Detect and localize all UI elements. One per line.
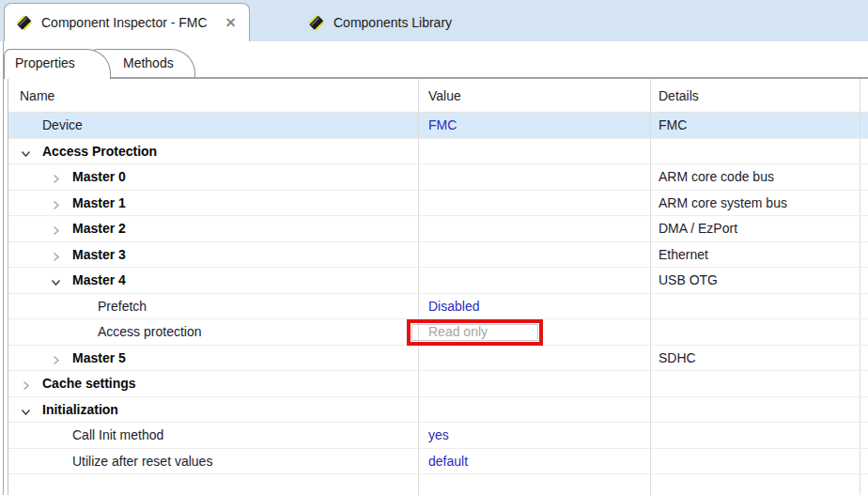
row-value[interactable]: FMC — [428, 117, 457, 132]
row-name-label: Call Init method — [72, 427, 163, 442]
row-name-label: Master 3 — [72, 247, 126, 262]
tab-components-library[interactable]: Components Library — [299, 3, 461, 41]
chevron-right-icon[interactable] — [51, 224, 61, 234]
row-value-cell[interactable]: yes — [419, 423, 651, 448]
row-value-cell[interactable] — [419, 164, 651, 190]
row-value[interactable]: default — [428, 454, 468, 469]
row-name-label: Access Protection — [42, 144, 157, 159]
table-row[interactable]: Initialization — [8, 397, 868, 424]
table-row[interactable]: Utilize after reset values default — [8, 449, 868, 475]
chevron-right-icon[interactable] — [51, 172, 61, 182]
row-name-label: Access protection — [98, 324, 202, 339]
chip-icon — [308, 14, 325, 31]
close-icon[interactable]: ✕ — [225, 15, 237, 30]
inspector-content: Properties Methods Name Value Details De… — [3, 41, 868, 495]
row-name-label: Master 0 — [72, 169, 126, 184]
chevron-down-icon[interactable] — [21, 405, 31, 415]
row-details: ARM core code bus — [659, 169, 774, 184]
table-row[interactable]: Call Init method yes — [8, 423, 868, 449]
table-row[interactable]: Access Protection — [8, 139, 868, 165]
row-value-cell[interactable] — [419, 371, 651, 396]
row-name-label: Master 1 — [72, 195, 126, 210]
row-details: Ethernet — [659, 247, 708, 262]
view-tab-bar: Properties Methods — [4, 41, 868, 79]
row-details-cell — [651, 294, 860, 319]
tab-properties[interactable]: Properties — [4, 49, 111, 79]
column-header-name: Name — [8, 79, 419, 112]
chevron-right-icon[interactable] — [51, 198, 61, 209]
row-name-label: Cache settings — [42, 376, 136, 391]
row-value-cell[interactable] — [419, 346, 651, 371]
row-details-cell: Ethernet — [651, 242, 860, 268]
row-value-cell[interactable] — [419, 139, 651, 164]
table-row[interactable]: Master 5 SDHC — [8, 346, 868, 372]
table-body: Device FMC FMC Access Protection Master … — [8, 113, 868, 474]
row-value[interactable]: yes — [428, 427, 449, 442]
table-row[interactable]: Cache settings — [8, 371, 868, 397]
row-name-cell: Device — [8, 113, 419, 138]
table-row[interactable]: Master 3 Ethernet — [8, 242, 868, 269]
column-header-extra — [860, 79, 868, 112]
table-row[interactable]: Access protection Read only — [8, 319, 868, 346]
chevron-right-icon[interactable] — [21, 379, 31, 389]
row-value[interactable]: Read only — [428, 324, 488, 339]
column-header-value: Value — [419, 79, 651, 112]
row-value-cell[interactable]: FMC — [419, 113, 651, 138]
row-value-cell[interactable] — [419, 397, 651, 423]
row-details: ARM core system bus — [659, 195, 787, 210]
table-row[interactable]: Master 0 ARM core code bus — [8, 164, 868, 191]
column-header-details: Details — [651, 79, 860, 112]
row-name-cell: Call Init method — [8, 423, 419, 448]
row-details-cell: DMA / EzPort — [651, 216, 860, 241]
chip-icon — [16, 14, 33, 31]
table-row[interactable]: Master 1 ARM core system bus — [8, 191, 868, 217]
row-name-label: Master 4 — [72, 272, 126, 287]
row-value-cell[interactable] — [419, 268, 651, 293]
row-name-label: Utilize after reset values — [72, 454, 212, 469]
row-details-cell: USB OTG — [651, 268, 860, 293]
tab-title: Component Inspector - FMC — [41, 15, 208, 30]
chevron-down-icon[interactable] — [21, 147, 31, 157]
table-row[interactable]: Master 2 DMA / EzPort — [8, 216, 868, 242]
row-name-label: Prefetch — [98, 299, 147, 314]
table-header-row: Name Value Details — [8, 79, 868, 113]
row-name-label: Initialization — [42, 402, 118, 417]
row-name-label: Master 5 — [72, 350, 126, 365]
tab-component-inspector[interactable]: Component Inspector - FMC ✕ — [4, 3, 250, 41]
row-details: FMC — [659, 117, 687, 132]
editor-tab-strip: Component Inspector - FMC ✕ Compon — [0, 0, 868, 41]
row-value-cell[interactable]: Read only — [419, 319, 651, 345]
row-value-cell[interactable] — [419, 242, 651, 268]
row-name-cell: Master 4 — [8, 268, 419, 293]
chevron-right-icon[interactable] — [51, 353, 61, 364]
row-details-cell — [651, 319, 860, 345]
tab-properties-label: Properties — [15, 55, 75, 70]
row-name-label: Master 2 — [72, 221, 126, 236]
row-name-cell: Access protection — [8, 319, 419, 345]
row-details: USB OTG — [659, 272, 718, 287]
row-name-label: Device — [42, 117, 83, 132]
chevron-right-icon[interactable] — [51, 250, 61, 260]
row-details: SDHC — [659, 350, 696, 365]
table-row[interactable]: Master 4 USB OTG — [8, 268, 868, 294]
table-empty-area — [8, 474, 868, 495]
row-name-cell: Prefetch — [8, 294, 419, 319]
table-row[interactable]: Device FMC FMC — [8, 113, 868, 139]
row-details-cell — [651, 423, 860, 448]
row-name-cell: Cache settings — [8, 371, 419, 396]
row-name-cell: Master 1 — [8, 191, 419, 216]
row-value-cell[interactable] — [419, 191, 651, 216]
row-details-cell — [651, 371, 860, 396]
row-name-cell: Access Protection — [8, 139, 419, 164]
table-row[interactable]: Prefetch Disabled — [8, 294, 868, 320]
row-value-cell[interactable]: Disabled — [419, 294, 651, 319]
component-inspector-view: { "editor_tabs": { "active": { "label": … — [0, 0, 868, 495]
row-details: DMA / EzPort — [659, 221, 737, 236]
row-details-cell: FMC — [651, 113, 860, 138]
row-value-cell[interactable] — [419, 216, 651, 241]
row-name-cell: Utilize after reset values — [8, 449, 419, 474]
chevron-down-icon[interactable] — [51, 275, 61, 286]
row-value[interactable]: Disabled — [428, 299, 479, 314]
row-value-cell[interactable]: default — [419, 449, 651, 474]
row-details-cell: ARM core code bus — [651, 164, 860, 190]
